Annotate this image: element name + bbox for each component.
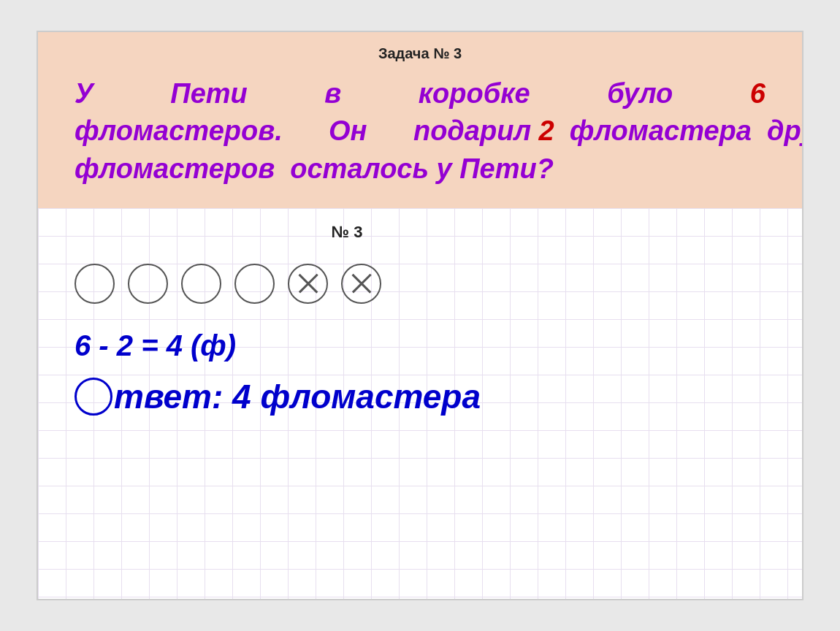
top-section: Задача № 3 У Пети в коробке було 6 флома… [38,32,802,208]
circle-4 [234,264,275,304]
task-text-num1: 6 [750,78,765,109]
circles-row [75,264,765,304]
circle-5-crossed [288,264,328,304]
circle-1 [75,264,115,304]
answer: твет: 4 фломастера [75,377,765,416]
task-text-part1: У Пети в коробке було [75,78,750,109]
bottom-content: № 3 6 - 2 = 4 (ф) твет: 4 фломастера [75,223,765,416]
task-title: Задача № 3 [75,45,765,62]
answer-circle-o [75,378,112,416]
slide: Задача № 3 У Пети в коробке було 6 флома… [37,31,803,600]
equation: 6 - 2 = 4 (ф) [75,329,765,362]
task-text: У Пети в коробке було 6 фломастеров. Он … [75,75,765,188]
circle-3 [181,264,221,304]
bottom-section: № 3 6 - 2 = 4 (ф) твет: 4 фломастера [38,208,802,599]
circle-2 [128,264,168,304]
number-label: № 3 [38,223,765,242]
answer-text: твет: 4 фломастера [114,377,481,416]
task-text-num2: 2 [539,115,554,146]
task-text-part2: фломастеров. Он подарил [75,115,539,146]
circle-6-crossed [341,264,381,304]
